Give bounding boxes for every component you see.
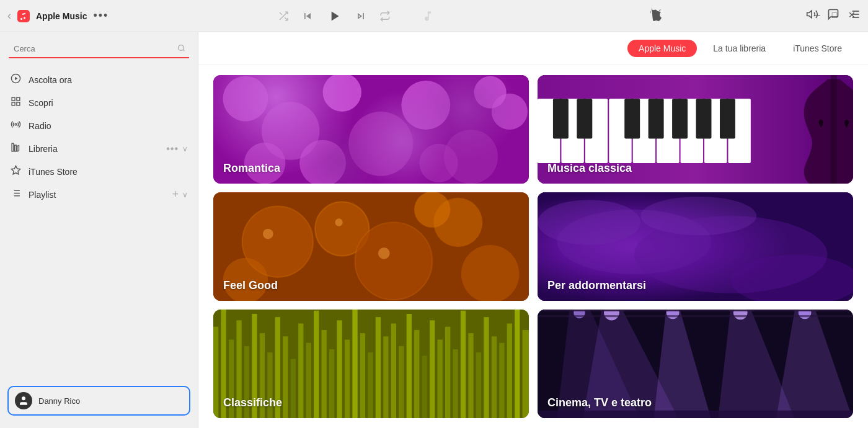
svg-point-36 (419, 144, 458, 182)
user-name: Danny Rico (38, 396, 80, 406)
playlist-icon (10, 188, 21, 201)
svg-rect-98 (391, 324, 396, 418)
card-sleep[interactable]: Per addormentarsi (538, 192, 853, 301)
svg-rect-49 (553, 99, 569, 138)
svg-rect-16 (12, 143, 14, 151)
sidebar-label-playlist: Playlist (29, 190, 164, 200)
radio-icon (10, 119, 21, 132)
library-actions: ••• ∨ (166, 143, 188, 154)
svg-point-71 (538, 200, 640, 245)
card-classifiche-label: Classifiche (223, 396, 282, 409)
library-more-dots[interactable]: ••• (166, 143, 179, 154)
card-classifiche[interactable]: Classifiche (213, 310, 529, 418)
sidebar-item-ascolta-ora[interactable]: Ascolta ora (0, 68, 198, 91)
svg-rect-105 (445, 327, 450, 418)
svg-rect-92 (345, 340, 350, 418)
card-sleep-label: Per addormentarsi (547, 279, 646, 292)
svg-point-30 (348, 112, 413, 176)
svg-rect-95 (368, 352, 373, 418)
sidebar-item-radio[interactable]: Radio (0, 114, 198, 137)
cards-grid: Romantica (198, 65, 868, 428)
tab-apple-music[interactable]: Apple Music (627, 40, 697, 57)
more-button[interactable]: ••• (93, 9, 108, 22)
tab-libreria[interactable]: La tua libreria (702, 40, 777, 57)
star-icon (10, 165, 21, 178)
svg-rect-96 (376, 317, 381, 418)
search-input[interactable] (9, 40, 189, 58)
app-title: Apple Music (36, 11, 87, 21)
svg-rect-91 (337, 320, 342, 418)
svg-rect-106 (453, 349, 458, 418)
svg-rect-88 (314, 311, 319, 418)
close-button[interactable]: ✕ (846, 9, 858, 21)
svg-rect-90 (329, 349, 334, 418)
tab-itunes-store[interactable]: iTunes Store (782, 40, 853, 57)
svg-point-66 (378, 247, 390, 259)
svg-rect-86 (298, 324, 303, 418)
svg-rect-101 (414, 330, 419, 418)
svg-point-65 (335, 218, 342, 226)
search-icon (177, 44, 185, 54)
card-feelgood-label: Feel Good (223, 279, 278, 292)
svg-rect-99 (399, 346, 404, 418)
maximize-button[interactable]: □ (828, 9, 841, 21)
music-logo-icon (19, 12, 28, 20)
svg-rect-109 (476, 352, 481, 418)
library-icon (10, 142, 21, 155)
next-button[interactable] (355, 10, 367, 22)
apple-logo-button[interactable] (649, 7, 663, 24)
svg-point-61 (461, 245, 519, 301)
sidebar-item-scopri[interactable]: Scopri (0, 91, 198, 114)
music-note-button[interactable] (422, 10, 434, 22)
sidebar-item-playlist[interactable]: Playlist + ∨ (0, 183, 198, 206)
svg-rect-100 (407, 314, 412, 418)
svg-rect-128 (538, 310, 853, 311)
previous-button[interactable] (301, 10, 314, 22)
svg-rect-89 (322, 330, 327, 418)
sidebar-label-radio: Radio (29, 121, 188, 131)
svg-point-64 (263, 229, 273, 239)
svg-rect-129 (538, 315, 853, 317)
sidebar-item-libreria[interactable]: Libreria ••• ∨ (0, 137, 198, 160)
card-classica-label: Musica classica (547, 162, 632, 175)
shuffle-button[interactable] (278, 11, 289, 22)
card-romantica-label: Romantica (223, 162, 280, 175)
svg-rect-52 (649, 99, 664, 138)
svg-point-28 (262, 102, 319, 159)
sidebar-item-itunes[interactable]: iTunes Store (0, 160, 198, 183)
library-chevron-icon[interactable]: ∨ (182, 145, 188, 153)
card-classica[interactable]: Musica classica (538, 75, 853, 184)
svg-point-63 (414, 192, 450, 228)
svg-line-8 (183, 50, 184, 51)
playlist-add-icon[interactable]: + (172, 188, 179, 201)
svg-marker-18 (11, 166, 20, 174)
minimize-button[interactable]: ─ (811, 9, 823, 21)
sidebar-label-ascolta: Ascolta ora (29, 75, 188, 85)
play-button[interactable] (326, 8, 342, 24)
svg-rect-14 (16, 102, 19, 105)
playlist-chevron-icon[interactable]: ∨ (182, 190, 188, 199)
svg-rect-115 (523, 330, 529, 418)
title-bar: ‹ Apple Music ••• (0, 0, 868, 32)
card-feelgood[interactable]: Feel Good (213, 192, 529, 301)
card-romantica[interactable]: Romantica (213, 75, 529, 184)
repeat-button[interactable] (379, 11, 391, 22)
playlist-actions: + ∨ (172, 188, 188, 201)
svg-rect-93 (352, 310, 357, 418)
back-button[interactable]: ‹ (7, 9, 11, 22)
svg-point-29 (323, 75, 361, 112)
svg-rect-111 (492, 336, 497, 418)
svg-point-32 (444, 130, 498, 184)
svg-rect-97 (383, 336, 388, 418)
svg-rect-87 (306, 343, 311, 418)
svg-rect-11 (12, 97, 15, 100)
svg-rect-107 (461, 311, 466, 418)
user-profile[interactable]: Danny Rico (7, 386, 190, 416)
title-bar-left: ‹ Apple Music ••• (7, 9, 206, 22)
content-tabs: Apple Music La tua libreria iTunes Store (198, 32, 868, 65)
card-cinema[interactable]: Cinema, TV e teatro (538, 310, 853, 418)
svg-point-27 (223, 76, 268, 122)
grid-icon (10, 96, 21, 109)
content-area: Apple Music La tua libreria iTunes Store (198, 32, 868, 428)
svg-rect-51 (624, 99, 640, 138)
